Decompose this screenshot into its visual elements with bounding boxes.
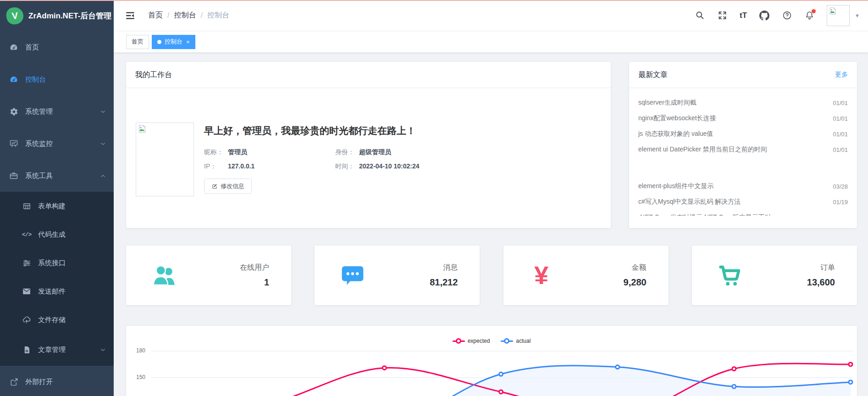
- article-list-item[interactable]: c#写入Mysql中文显示乱码 解决方法 01/19: [638, 194, 848, 210]
- tab-home[interactable]: 首页: [126, 35, 149, 49]
- sidebar-item-system-monitor[interactable]: 系统监控: [0, 128, 114, 160]
- sidebar-item-console[interactable]: 控制台: [0, 63, 114, 95]
- document-icon: [22, 346, 31, 355]
- greeting-text: 早上好，管理员，我最珍贵的时光都行走在路上！: [204, 124, 416, 137]
- sidebar-item-label: 系统管理: [25, 107, 53, 116]
- monitor-icon: [9, 139, 18, 148]
- field-label: 昵称：: [204, 148, 225, 156]
- role-field: 身份：超级管理员: [335, 148, 420, 156]
- sidebar-item-article-management[interactable]: 文章管理: [0, 334, 114, 366]
- sidebar-item-label: 代码生成: [38, 230, 66, 239]
- main-content: 我的工作台 早上好，管理员，我最珍贵的时光都行走在路上！ 昵称：管理员 身份：超…: [114, 53, 868, 396]
- table-icon: [22, 201, 31, 211]
- top-progress-strip: [0, 0, 868, 1]
- more-link[interactable]: 更多: [835, 71, 848, 79]
- article-list-item[interactable]: element ui DatePicker 禁用当前日之前的时间 01/01: [638, 142, 848, 157]
- sidebar-item-system-api[interactable]: 系统接口: [0, 249, 114, 277]
- sidebar-menu: 首页 控制台 系统管理 系统监控: [0, 31, 114, 396]
- field-label: 身份：: [335, 148, 356, 156]
- tab-console[interactable]: 控制台 ×: [152, 35, 195, 49]
- article-date: 01/01: [833, 115, 848, 122]
- stat-label: 金额: [624, 263, 647, 273]
- breadcrumb-item-home[interactable]: 首页: [148, 11, 163, 20]
- stat-card-messages[interactable]: 消息 81,212: [315, 245, 480, 305]
- article-title: nginx配置websocket长连接: [638, 114, 716, 123]
- caret-down-icon[interactable]: ▼: [855, 13, 860, 18]
- field-value: 超级管理员: [359, 148, 391, 156]
- articles-list: sqlserver生成时间截 01/01 nginx配置websocket长连接…: [638, 100, 848, 216]
- article-date: 01/19: [833, 199, 848, 206]
- sidebar-item-form-builder[interactable]: 表单构建: [0, 192, 114, 220]
- workbench-card-header: 我的工作台: [126, 62, 611, 88]
- money-icon: ¥: [527, 261, 556, 290]
- stat-value: 1: [240, 277, 269, 288]
- message-icon: [338, 261, 367, 290]
- breadcrumb-separator: /: [200, 11, 202, 20]
- sidebar-item-system-management[interactable]: 系统管理: [0, 95, 114, 128]
- stat-card-amount[interactable]: ¥ 金额 9,280: [503, 245, 669, 305]
- articles-scroll-gap: [638, 157, 848, 178]
- fullscreen-icon[interactable]: [717, 11, 727, 21]
- article-list-item[interactable]: sqlserver生成时间截 01/01: [638, 100, 848, 111]
- breadcrumb-separator: /: [167, 11, 169, 20]
- field-value: 127.0.0.1: [228, 162, 254, 170]
- chevron-down-icon: [100, 347, 106, 353]
- help-icon[interactable]: [782, 11, 792, 21]
- sidebar-collapse-icon[interactable]: [125, 11, 135, 21]
- bell-icon[interactable]: [804, 11, 814, 21]
- external-link-icon: [9, 377, 18, 386]
- line-chart-card: expected actual 180 150: [126, 326, 857, 396]
- tab-close-icon[interactable]: ×: [186, 39, 190, 45]
- sidebar-item-send-mail[interactable]: 发送邮件: [0, 277, 114, 306]
- breadcrumb: 首页 / 控制台 / 控制台: [148, 11, 229, 20]
- sidebar-item-label: 外部打开: [25, 378, 53, 386]
- articles-title: 最新文章: [638, 70, 668, 80]
- edit-profile-button[interactable]: 修改信息: [204, 178, 252, 194]
- sidebar-item-label: 系统监控: [25, 139, 53, 148]
- field-label: 时间：: [335, 162, 356, 171]
- chevron-down-icon: [100, 141, 106, 147]
- briefcase-icon: [9, 171, 18, 180]
- line-chart-plot: [126, 326, 857, 396]
- app-logo-bar: V ZrAdmin.NET-后台管理: [0, 0, 114, 31]
- sidebar-item-label: 首页: [25, 43, 39, 52]
- stat-card-online-users[interactable]: 在线用户 1: [126, 245, 291, 305]
- dashboard-icon: [9, 43, 18, 52]
- article-title: .NET Core 发布时提示 NET Core版本显示不对: [638, 213, 771, 216]
- dashboard-icon: [9, 75, 18, 84]
- article-title: js 动态获取对象的 value值: [638, 130, 713, 138]
- profile-avatar-placeholder: [136, 123, 194, 196]
- sidebar-submenu-system-tools: 表单构建 </> 代码生成 系统接口 发送邮件: [0, 192, 114, 366]
- stat-value: 9,280: [624, 277, 647, 288]
- sidebar-item-external-open[interactable]: 外部打开: [0, 366, 114, 396]
- sidebar-item-code-generator[interactable]: </> 代码生成: [0, 220, 114, 249]
- github-icon[interactable]: [759, 11, 769, 21]
- time-field: 时间：2022-04-10 10:02:24: [335, 162, 420, 171]
- article-date: 01/01: [833, 146, 848, 153]
- sidebar: V ZrAdmin.NET-后台管理 首页 控制台 系统管理: [0, 0, 114, 396]
- article-list-item[interactable]: nginx配置websocket长连接 01/01: [638, 111, 848, 126]
- stat-label: 订单: [807, 263, 835, 273]
- article-list-item[interactable]: js 动态获取对象的 value值 01/01: [638, 126, 848, 142]
- stat-value: 81,212: [430, 277, 458, 288]
- sidebar-item-file-storage[interactable]: 文件存储: [0, 306, 114, 334]
- search-icon[interactable]: [695, 11, 705, 21]
- user-avatar[interactable]: [827, 5, 850, 26]
- stat-label: 在线用户: [240, 263, 269, 273]
- sidebar-item-label: 系统工具: [25, 172, 53, 180]
- sidebar-item-system-tools[interactable]: 系统工具: [0, 160, 114, 192]
- ip-field: IP：127.0.0.1: [204, 162, 335, 171]
- field-value: 2022-04-10 10:02:24: [359, 162, 420, 170]
- sidebar-item-home[interactable]: 首页: [0, 31, 114, 63]
- article-list-item[interactable]: element-plus组件中文显示 03/28: [638, 178, 848, 194]
- sidebar-item-label: 表单构建: [38, 202, 66, 211]
- font-size-icon[interactable]: tT: [740, 11, 747, 21]
- edit-icon: [211, 183, 218, 190]
- article-list-item[interactable]: .NET Core 发布时提示 NET Core版本显示不对 12/28: [638, 210, 848, 216]
- article-date: 01/01: [833, 100, 848, 106]
- stat-card-orders[interactable]: 订单 13,600: [692, 245, 857, 305]
- article-date: 12/28: [833, 214, 848, 216]
- article-title: element ui DatePicker 禁用当前日之前的时间: [638, 145, 767, 154]
- breadcrumb-item-console[interactable]: 控制台: [174, 11, 196, 20]
- articles-list-viewport: sqlserver生成时间截 01/01 nginx配置websocket长连接…: [629, 100, 857, 216]
